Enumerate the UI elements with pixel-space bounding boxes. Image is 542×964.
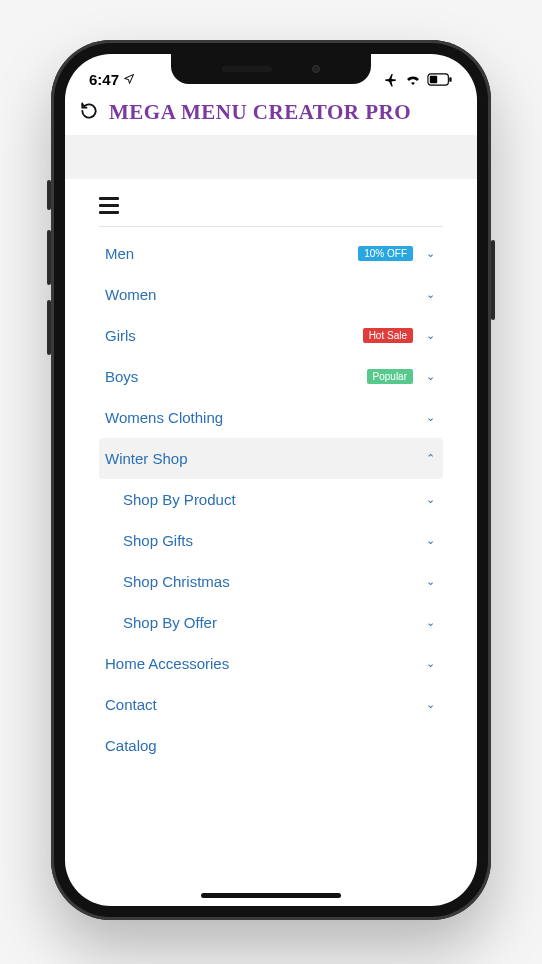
menu-label: Shop By Product (123, 491, 423, 508)
app-title: MEGA MENU CREATOR PRO (109, 100, 411, 125)
svg-rect-2 (449, 77, 451, 82)
screen: 6:47 MEGA MENU CREATOR (65, 54, 477, 906)
chevron-down-icon: ⌄ (423, 575, 437, 588)
chevron-down-icon: ⌄ (423, 698, 437, 711)
menu-label: Girls (105, 327, 363, 344)
chevron-down-icon: ⌄ (423, 534, 437, 547)
menu-label: Men (105, 245, 358, 262)
badge: 10% OFF (358, 246, 413, 261)
chevron-down-icon: ⌄ (423, 247, 437, 260)
menu-item-contact[interactable]: Contact ⌄ (99, 684, 443, 725)
wifi-icon (405, 73, 421, 85)
chevron-down-icon: ⌄ (423, 370, 437, 383)
home-indicator[interactable] (201, 893, 341, 898)
menu-label: Womens Clothing (105, 409, 423, 426)
menu-label: Shop By Offer (123, 614, 423, 631)
menu-item-women[interactable]: Women ⌄ (99, 274, 443, 315)
menu-item-womens-clothing[interactable]: Womens Clothing ⌄ (99, 397, 443, 438)
notch (171, 54, 371, 84)
chevron-down-icon: ⌄ (423, 657, 437, 670)
menu-item-men[interactable]: Men 10% OFF ⌄ (99, 233, 443, 274)
battery-icon (427, 73, 453, 86)
header: MEGA MENU CREATOR PRO (65, 94, 477, 135)
menu-label: Women (105, 286, 423, 303)
chevron-down-icon: ⌄ (423, 411, 437, 424)
menu-item-home-accessories[interactable]: Home Accessories ⌄ (99, 643, 443, 684)
side-button (47, 230, 51, 285)
menu-item-boys[interactable]: Boys Popular ⌄ (99, 356, 443, 397)
menu-label: Boys (105, 368, 367, 385)
menu-item-catalog[interactable]: Catalog (99, 725, 443, 766)
menu-label: Catalog (105, 737, 437, 754)
side-button (47, 300, 51, 355)
submenu-item-shop-gifts[interactable]: Shop Gifts ⌄ (99, 520, 443, 561)
menu-label: Contact (105, 696, 423, 713)
menu-list: Men 10% OFF ⌄ Women ⌄ Girls Hot Sale ⌄ B… (99, 233, 443, 766)
chevron-down-icon: ⌄ (423, 493, 437, 506)
chevron-up-icon: ⌃ (423, 452, 437, 465)
menu-label: Shop Gifts (123, 532, 423, 549)
reload-icon[interactable] (79, 101, 99, 125)
chevron-down-icon: ⌄ (423, 616, 437, 629)
badge: Hot Sale (363, 328, 413, 343)
airplane-icon (384, 72, 399, 87)
hamburger-icon[interactable] (99, 197, 119, 214)
menu-label: Winter Shop (105, 450, 423, 467)
status-left: 6:47 (89, 71, 135, 88)
menu-label: Shop Christmas (123, 573, 423, 590)
svg-rect-1 (430, 75, 437, 82)
phone-frame: 6:47 MEGA MENU CREATOR (51, 40, 491, 920)
badge: Popular (367, 369, 413, 384)
grey-band (65, 135, 477, 179)
status-time: 6:47 (89, 71, 119, 88)
divider (99, 226, 443, 227)
menu-item-girls[interactable]: Girls Hot Sale ⌄ (99, 315, 443, 356)
submenu-item-shop-christmas[interactable]: Shop Christmas ⌄ (99, 561, 443, 602)
location-icon (123, 71, 135, 88)
submenu-item-shop-by-product[interactable]: Shop By Product ⌄ (99, 479, 443, 520)
menu-label: Home Accessories (105, 655, 423, 672)
menu-card: Men 10% OFF ⌄ Women ⌄ Girls Hot Sale ⌄ B… (83, 179, 459, 776)
submenu-item-shop-by-offer[interactable]: Shop By Offer ⌄ (99, 602, 443, 643)
side-button (47, 180, 51, 210)
status-right (384, 72, 453, 87)
side-button (491, 240, 495, 320)
chevron-down-icon: ⌄ (423, 329, 437, 342)
chevron-down-icon: ⌄ (423, 288, 437, 301)
menu-item-winter-shop[interactable]: Winter Shop ⌃ (99, 438, 443, 479)
